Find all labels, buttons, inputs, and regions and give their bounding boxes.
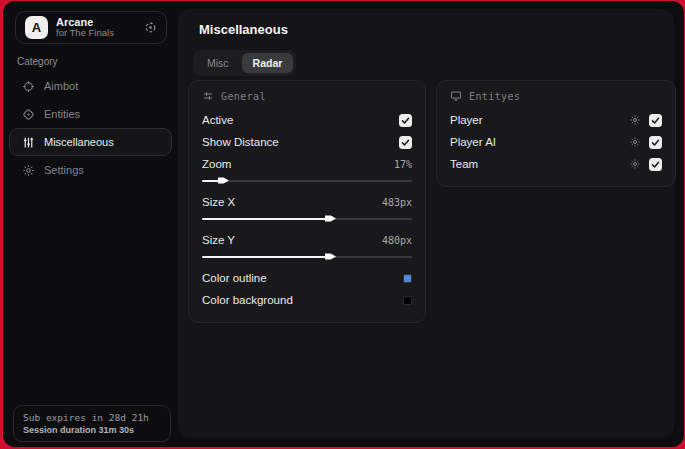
monitor-icon [450,90,462,102]
sidebar-item-label: Entities [44,108,80,120]
color-background-swatch[interactable] [403,296,412,305]
entity-checkbox[interactable] [649,136,662,149]
sidebar-nav: Aimbot Entities Miscella [3,72,178,184]
slider-thumb[interactable] [218,176,229,185]
general-panel-title: General [221,91,266,102]
zoom-slider[interactable] [202,176,412,185]
sidebar-item-label: Miscellaneous [44,136,114,148]
entity-label: Team [450,158,478,170]
logo-text: Arcane for The Finals [56,16,144,40]
sidebar-item-entities[interactable]: Entities [9,100,172,128]
slider-fill [202,256,328,258]
entity-row-player-ai: Player AI [450,131,662,153]
logo-card: A Arcane for The Finals [15,11,167,44]
sliders-icon [22,136,35,149]
session-duration-text: Session duration 31m 30s [23,425,161,435]
active-checkbox[interactable] [399,114,412,127]
sidebar-item-label: Aimbot [44,80,78,92]
show-distance-checkbox[interactable] [399,136,412,149]
tab-radar[interactable]: Radar [242,53,294,73]
color-outline-row: Color outline [202,267,412,289]
entities-panel: Entityes Player [436,80,676,187]
entity-checkbox[interactable] [649,158,662,171]
color-outline-label: Color outline [202,272,267,284]
app-subtitle: for The Finals [56,28,144,39]
sidebar-item-settings[interactable]: Settings [9,156,172,184]
size-x-value: 483px [382,197,412,208]
crosshair-icon [22,80,35,93]
entity-checkbox[interactable] [649,114,662,127]
sidebar-item-aimbot[interactable]: Aimbot [9,72,172,100]
size-y-row: Size Y 480px [202,229,412,251]
subscription-card: Sub expires in 28d 21h Session duration … [13,405,171,442]
size-x-row: Size X 483px [202,191,412,213]
slider-thumb[interactable] [325,214,336,223]
show-distance-row: Show Distance [202,131,412,153]
entity-settings-gear-icon[interactable] [629,114,641,126]
zoom-value: 17% [394,159,412,170]
entity-settings-gear-icon[interactable] [629,136,641,148]
tab-misc[interactable]: Misc [196,53,240,73]
tab-group: Misc Radar [193,50,296,76]
entity-label: Player [450,114,483,126]
size-x-slider[interactable] [202,214,412,223]
sidebar-item-label: Settings [44,164,84,176]
entity-row-team: Team [450,153,662,175]
size-x-label: Size X [202,196,235,208]
slider-fill [202,218,328,220]
color-background-label: Color background [202,294,293,306]
entities-panel-title: Entityes [469,91,520,102]
app-window: A Arcane for The Finals Category [3,1,684,447]
sidebar-item-miscellaneous[interactable]: Miscellaneous [9,128,172,156]
color-outline-swatch[interactable] [403,274,412,283]
show-distance-label: Show Distance [202,136,279,148]
active-row: Active [202,109,412,131]
entities-panel-header: Entityes [450,90,662,102]
slider-track [202,180,412,182]
main-panel: Miscellaneous Misc Radar General [178,9,674,438]
general-panel: General Active Show Distance Zoom [188,80,426,323]
app-logo: A [25,16,48,39]
slider-thumb[interactable] [325,252,336,261]
zoom-row: Zoom 17% [202,153,412,175]
target-icon[interactable] [144,21,157,34]
size-y-label: Size Y [202,234,235,246]
gear-icon [22,164,35,177]
zoom-label: Zoom [202,158,231,170]
active-label: Active [202,114,233,126]
sliders-icon [202,90,214,102]
general-panel-header: General [202,90,412,102]
sidebar: A Arcane for The Finals Category [3,1,178,447]
entity-row-player: Player [450,109,662,131]
sub-expires-text: Sub expires in 28d 21h [23,412,161,423]
entity-label: Player AI [450,136,496,148]
size-y-value: 480px [382,235,412,246]
page-title: Miscellaneous [199,22,288,37]
entities-icon [22,108,35,121]
entity-settings-gear-icon[interactable] [629,158,641,170]
category-label: Category [17,56,58,67]
cards-row: General Active Show Distance Zoom [188,80,676,323]
size-y-slider[interactable] [202,252,412,261]
color-background-row: Color background [202,289,412,311]
